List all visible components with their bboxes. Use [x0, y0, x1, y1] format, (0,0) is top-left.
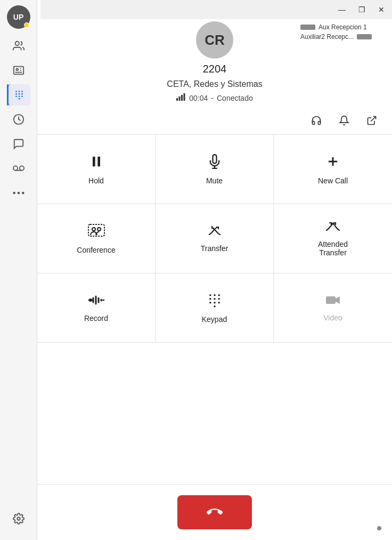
record-button[interactable]: Record	[37, 273, 156, 343]
keypad-icon	[207, 293, 222, 310]
svg-point-6	[15, 93, 17, 95]
keypad-label: Keypad	[202, 315, 227, 324]
conference-button[interactable]: Conference	[37, 204, 156, 273]
svg-point-42	[209, 294, 211, 296]
call-status: 00:04 - Conectado	[176, 93, 252, 102]
minimize-button[interactable]: —	[335, 5, 349, 14]
conference-label: Conference	[77, 246, 115, 254]
avatar-initials: UP	[13, 13, 23, 21]
svg-point-12	[19, 98, 20, 100]
line-indicators: Aux Recepcion 1 Auxiliar2 Recepc...	[296, 21, 392, 43]
line-item-2[interactable]: Auxiliar2 Recepc...	[300, 33, 388, 41]
call-time: 00:04	[189, 94, 208, 102]
video-label: Video	[323, 313, 342, 322]
svg-rect-26	[93, 156, 95, 166]
call-separator: -	[211, 94, 214, 102]
user-avatar[interactable]: UP	[7, 5, 30, 29]
sidebar-bottom	[7, 508, 30, 529]
signal-icon	[176, 93, 186, 102]
call-state: Conectado	[217, 94, 253, 102]
transfer-icon	[207, 225, 223, 239]
bell-button[interactable]	[334, 111, 354, 130]
caller-avatar-initials: CR	[205, 32, 225, 49]
call-grid: Hold Mute	[37, 134, 392, 343]
hold-button[interactable]: Hold	[37, 135, 156, 204]
svg-point-15	[19, 166, 23, 170]
sidebar-item-history[interactable]	[7, 109, 30, 130]
new-call-icon	[325, 154, 340, 171]
svg-point-14	[13, 166, 17, 170]
video-icon	[325, 294, 341, 308]
mute-icon	[207, 154, 222, 171]
sidebar-item-dialpad[interactable]	[7, 84, 30, 106]
caller-name: CETA, Redes y Sistemas	[167, 79, 262, 89]
svg-rect-22	[179, 96, 181, 101]
svg-rect-27	[97, 156, 100, 166]
svg-point-50	[218, 301, 220, 303]
svg-point-0	[15, 42, 19, 45]
action-icons-row	[37, 111, 392, 134]
title-bar: — ❐ ✕	[40, 0, 392, 19]
caller-number: 2204	[203, 63, 227, 75]
svg-point-8	[21, 93, 23, 95]
status-dot	[24, 22, 29, 28]
conference-icon	[87, 223, 105, 240]
svg-point-34	[97, 228, 101, 231]
restore-button[interactable]: ❐	[355, 5, 369, 14]
record-label: Record	[84, 314, 108, 323]
svg-point-46	[214, 297, 216, 300]
svg-point-20	[17, 517, 20, 520]
video-button[interactable]: Video	[274, 273, 392, 343]
line-dot-2	[357, 34, 372, 39]
sidebar-item-contacts[interactable]	[7, 35, 30, 57]
svg-rect-1	[13, 67, 23, 75]
headset-button[interactable]	[307, 111, 326, 130]
line-dot-1	[300, 25, 315, 30]
svg-point-5	[21, 91, 23, 92]
mute-label: Mute	[206, 176, 223, 185]
end-call-button[interactable]	[177, 495, 252, 529]
svg-point-3	[15, 91, 17, 92]
mute-button[interactable]: Mute	[156, 135, 274, 204]
sidebar-item-settings[interactable]	[7, 508, 30, 529]
transfer-label: Transfer	[201, 244, 228, 253]
hold-label: Hold	[88, 176, 104, 185]
record-icon	[87, 294, 105, 309]
line-item-1[interactable]: Aux Recepcion 1	[300, 23, 388, 31]
svg-rect-24	[184, 93, 185, 101]
sidebar-item-voicemail[interactable]	[7, 158, 30, 179]
svg-marker-53	[336, 296, 340, 304]
window-controls: — ❐ ✕	[335, 5, 388, 14]
svg-point-9	[15, 95, 17, 97]
attended-transfer-icon	[325, 221, 341, 235]
external-link-button[interactable]	[362, 111, 381, 130]
svg-point-44	[218, 294, 220, 296]
svg-rect-21	[176, 98, 178, 101]
line-label-2: Auxiliar2 Recepc...	[300, 33, 354, 41]
attended-transfer-label-1: Attended	[318, 240, 348, 248]
status-indicator-dot	[377, 526, 381, 530]
svg-rect-52	[326, 296, 336, 304]
sidebar: UP	[0, 0, 37, 540]
attended-transfer-button[interactable]: Attended Transfer	[274, 204, 392, 273]
svg-point-11	[21, 95, 23, 97]
svg-point-18	[17, 192, 20, 195]
new-call-button[interactable]: New Call	[274, 135, 392, 204]
sidebar-item-contact-card[interactable]	[7, 60, 30, 81]
svg-point-17	[13, 192, 15, 195]
attended-transfer-label-2: Transfer	[319, 248, 347, 257]
line-label-1: Aux Recepcion 1	[318, 23, 367, 31]
keypad-button[interactable]: Keypad	[156, 273, 274, 343]
transfer-button[interactable]: Transfer	[156, 204, 274, 273]
close-button[interactable]: ✕	[375, 5, 388, 14]
sidebar-item-more[interactable]	[7, 182, 30, 204]
svg-point-2	[16, 68, 18, 70]
sidebar-item-messages[interactable]	[7, 133, 30, 155]
caller-avatar: CR	[196, 21, 233, 59]
svg-point-49	[214, 301, 216, 303]
svg-point-19	[21, 192, 24, 195]
svg-point-4	[19, 91, 20, 92]
svg-point-47	[218, 297, 220, 300]
svg-point-45	[209, 297, 211, 300]
end-call-bar	[37, 484, 392, 540]
